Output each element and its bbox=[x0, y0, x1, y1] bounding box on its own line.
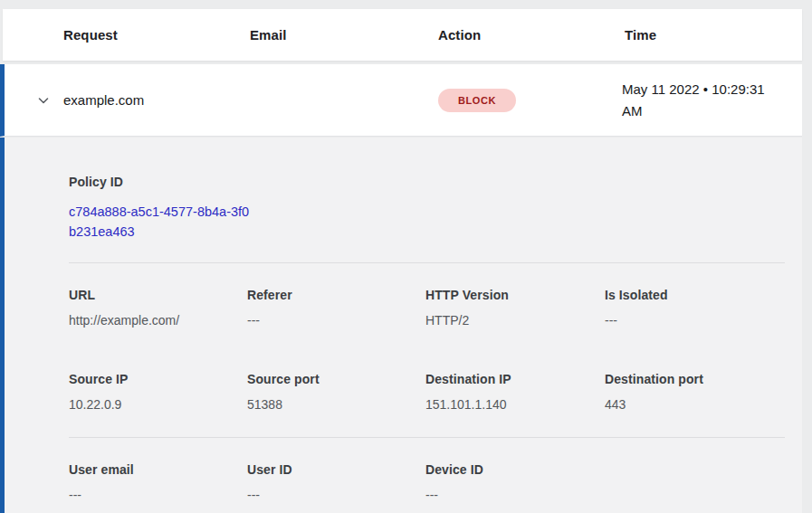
field-user-email-label: User email bbox=[69, 462, 247, 477]
field-is-isolated-label: Is Isolated bbox=[605, 288, 785, 302]
detail-fields-row-2: Source IP 10.22.0.9 Source port 51388 De… bbox=[69, 372, 785, 412]
row-expand-toggle[interactable] bbox=[33, 90, 54, 111]
field-device-id-value: --- bbox=[425, 488, 605, 502]
field-http-version-value: HTTP/2 bbox=[425, 313, 605, 328]
field-referer-label: Referer bbox=[247, 288, 425, 302]
field-user-id-value: --- bbox=[247, 488, 425, 502]
row-detail-panel: Policy ID c784a888-a5c1-4577-8b4a-3f0b23… bbox=[0, 138, 802, 513]
field-url-label: URL bbox=[69, 288, 247, 302]
table-row[interactable]: example.com BLOCK May 11 2022 • 10:29:31… bbox=[0, 64, 802, 137]
field-referer: Referer --- bbox=[247, 288, 425, 328]
request-log-page: Request Email Action Time example.com BL… bbox=[0, 0, 812, 513]
policy-id-link[interactable]: c784a888-a5c1-4577-8b4a-3f0b231ea463 bbox=[69, 202, 250, 242]
divider bbox=[69, 262, 785, 263]
field-referer-value: --- bbox=[247, 313, 425, 328]
field-user-email: User email --- bbox=[69, 462, 247, 502]
field-destination-port-value: 443 bbox=[605, 397, 785, 412]
field-destination-port-label: Destination port bbox=[605, 372, 785, 386]
field-destination-ip-label: Destination IP bbox=[425, 372, 605, 386]
field-source-ip-label: Source IP bbox=[69, 372, 247, 386]
column-header-action: Action bbox=[438, 27, 625, 43]
policy-id-label: Policy ID bbox=[69, 175, 785, 189]
field-destination-ip: Destination IP 151.101.1.140 bbox=[425, 372, 605, 412]
field-url: URL http://example.com/ bbox=[69, 288, 247, 328]
field-url-value: http://example.com/ bbox=[69, 313, 247, 328]
chevron-down-icon bbox=[36, 93, 51, 108]
field-device-id: Device ID --- bbox=[425, 462, 605, 502]
detail-fields-row-3-spacer bbox=[605, 462, 785, 502]
field-source-port-label: Source port bbox=[247, 372, 425, 386]
field-http-version-label: HTTP Version bbox=[425, 288, 605, 302]
detail-fields-row-3: User email --- User ID --- Device ID --- bbox=[69, 462, 785, 502]
column-header-request: Request bbox=[63, 27, 250, 43]
column-header-time: Time bbox=[625, 27, 802, 43]
row-time-value: May 11 2022 • 10:29:31 AM bbox=[622, 79, 794, 122]
field-source-ip: Source IP 10.22.0.9 bbox=[69, 372, 247, 412]
field-source-ip-value: 10.22.0.9 bbox=[69, 397, 247, 412]
field-destination-port: Destination port 443 bbox=[605, 372, 785, 412]
field-device-id-label: Device ID bbox=[425, 462, 605, 477]
field-is-isolated: Is Isolated --- bbox=[605, 288, 785, 328]
action-block-badge: BLOCK bbox=[438, 89, 516, 112]
table-header: Request Email Action Time bbox=[3, 9, 802, 61]
field-is-isolated-value: --- bbox=[605, 313, 785, 328]
divider bbox=[69, 437, 785, 438]
field-user-id: User ID --- bbox=[247, 462, 425, 502]
column-header-email: Email bbox=[250, 27, 438, 43]
field-source-port: Source port 51388 bbox=[247, 372, 425, 412]
detail-fields-row-1: URL http://example.com/ Referer --- HTTP… bbox=[69, 288, 785, 328]
row-request-value: example.com bbox=[63, 92, 247, 108]
field-destination-ip-value: 151.101.1.140 bbox=[425, 397, 605, 412]
field-source-port-value: 51388 bbox=[247, 397, 425, 412]
field-http-version: HTTP Version HTTP/2 bbox=[425, 288, 605, 328]
field-user-id-label: User ID bbox=[247, 462, 425, 477]
field-user-email-value: --- bbox=[69, 488, 247, 502]
